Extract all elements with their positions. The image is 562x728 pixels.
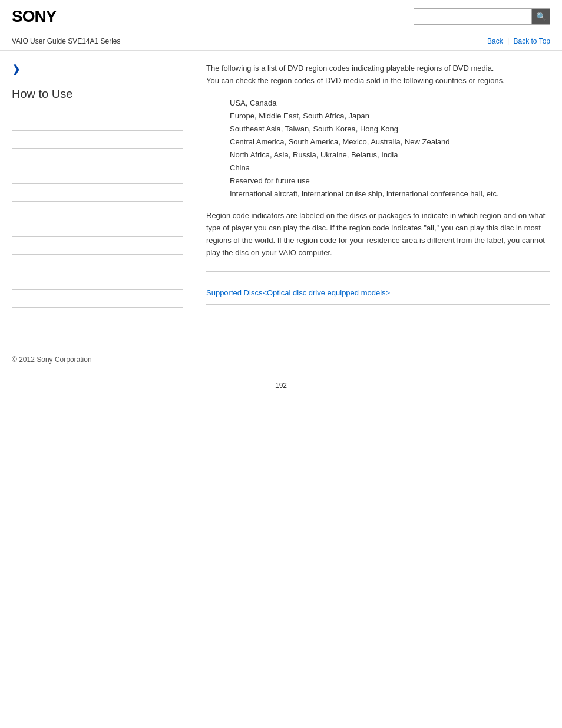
sony-logo: SONY [12,7,56,26]
page-number: 192 [0,370,562,401]
separator: | [507,37,509,45]
sidebar-link[interactable] [12,312,14,321]
list-item [12,255,183,272]
search-button[interactable]: 🔍 [531,8,550,25]
chevron-icon: ❯ [12,62,183,75]
list-item [12,113,183,131]
list-item [12,166,183,184]
list-item [12,202,183,219]
region-list: USA, Canada Europe, Middle East, South A… [230,97,550,201]
sidebar-link[interactable] [12,242,14,250]
list-item: Reserved for future use [230,174,550,187]
content-body: Region code indicators are labeled on th… [206,210,550,259]
list-item [12,184,183,202]
back-link[interactable]: Back [487,37,503,45]
content-divider [206,271,550,272]
sidebar-link[interactable] [12,171,14,179]
list-item: Central America, South America, Mexico, … [230,136,550,149]
sidebar-link[interactable] [12,136,14,144]
list-item [12,149,183,166]
content-area: The following is a list of DVD region co… [194,62,550,325]
sidebar-link[interactable] [12,118,14,126]
copyright: © 2012 Sony Corporation [12,355,92,364]
sidebar-link[interactable] [12,277,14,285]
sidebar-link[interactable] [12,259,14,268]
list-item: China [230,162,550,174]
breadcrumb: VAIO User Guide SVE14A1 Series [12,37,121,45]
list-item [12,237,183,255]
search-area: 🔍 [414,8,550,25]
list-item [12,290,183,308]
sidebar-links [12,113,183,325]
search-input[interactable] [414,8,531,25]
page-header: SONY 🔍 [0,0,562,32]
sidebar-link[interactable] [12,224,14,232]
list-item: International aircraft, international cr… [230,187,550,200]
list-item [12,272,183,290]
back-to-top-link[interactable]: Back to Top [514,37,550,45]
sidebar-link[interactable] [12,206,14,215]
list-item: Southeast Asia, Taiwan, South Korea, Hon… [230,123,550,136]
footer: © 2012 Sony Corporation [0,337,562,370]
sidebar-link[interactable] [12,153,14,162]
related-link-section: Supported Discs<Optical disc drive equip… [206,281,550,305]
list-item: North Africa, Asia, Russia, Ukraine, Bel… [230,149,550,162]
search-icon: 🔍 [536,12,546,21]
list-item [12,131,183,149]
list-item: USA, Canada [230,97,550,110]
sidebar-link[interactable] [12,189,14,197]
sidebar-link[interactable] [12,295,14,303]
content-intro: The following is a list of DVD region co… [206,62,550,87]
main-content: ❯ How to Use The following is a list of … [0,51,562,337]
list-item [12,308,183,325]
nav-links: Back | Back to Top [487,37,550,45]
related-link[interactable]: Supported Discs<Optical disc drive equip… [206,288,390,297]
sidebar: ❯ How to Use [12,62,194,325]
list-item: Europe, Middle East, South Africa, Japan [230,110,550,123]
sidebar-section-title: How to Use [12,87,183,106]
breadcrumb-bar: VAIO User Guide SVE14A1 Series Back | Ba… [0,32,562,51]
list-item [12,219,183,237]
